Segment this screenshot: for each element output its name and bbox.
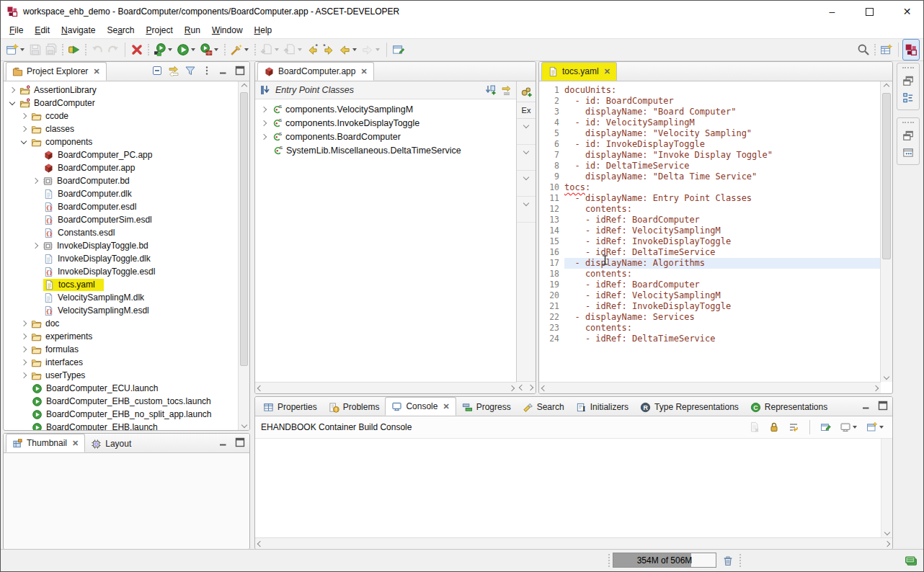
experiment-button[interactable] (228, 41, 252, 58)
expander-icon[interactable] (9, 99, 15, 105)
menu-run[interactable]: Run (179, 24, 206, 37)
restore-view-icon[interactable] (902, 74, 915, 87)
ascet-perspective-button[interactable] (902, 39, 920, 61)
tree-item-boardcomputer-app[interactable]: BoardComputer.app (4, 161, 239, 174)
scroll-down-icon[interactable] (881, 372, 892, 382)
close-icon[interactable]: ✕ (93, 67, 99, 76)
dropdown-arrow-icon[interactable] (244, 48, 249, 51)
dropdown-arrow-icon[interactable] (191, 48, 195, 51)
restore-view-icon[interactable] (902, 129, 915, 142)
console-vscrollbar[interactable] (881, 439, 892, 537)
scroll-right-icon[interactable] (507, 383, 517, 393)
menu-file[interactable]: File (4, 24, 29, 37)
scroll-lock-button[interactable] (767, 419, 781, 436)
new-wizard-button[interactable] (4, 41, 27, 58)
code-line-15[interactable]: 15 - idRef: InvokeDisplayToggle (539, 236, 881, 247)
scroll-left-icon[interactable] (519, 385, 525, 390)
dropdown-arrow-icon[interactable] (20, 48, 25, 51)
yaml-hscrollbar[interactable] (539, 382, 881, 393)
tree-item-interfaces[interactable]: interfaces (4, 356, 239, 369)
menu-navigate[interactable]: Navigate (55, 24, 101, 37)
dropdown-arrow-icon[interactable] (275, 48, 279, 51)
minimize-window-button[interactable]: – (816, 1, 848, 22)
tab-tocs-yaml[interactable]: tocs.yaml ✕ (541, 62, 617, 81)
palette-add-cell[interactable] (517, 81, 536, 102)
close-icon[interactable]: ✕ (360, 67, 367, 76)
scroll-right-icon[interactable] (528, 385, 533, 390)
console-hscrollbar[interactable] (255, 537, 892, 549)
tab-type-representations[interactable]: RType Representations (634, 398, 745, 416)
tab-project-explorer[interactable]: Project Explorer ✕ (6, 62, 107, 81)
minimize-view-icon[interactable] (861, 400, 872, 411)
tab-thumbnail[interactable]: Thumbnail ✕ (6, 434, 85, 452)
import-doc-button[interactable] (259, 41, 282, 58)
palette-drawer-toggle[interactable] (517, 119, 536, 145)
expander-icon[interactable] (21, 113, 27, 119)
scroll-left-icon[interactable] (255, 383, 265, 393)
save-all-button[interactable] (43, 41, 59, 58)
tab-problems[interactable]: Problems (323, 398, 386, 416)
collapse-all-icon[interactable] (151, 65, 163, 76)
back-star-button[interactable]: * (305, 41, 321, 58)
code-line-12[interactable]: 12 contents: (539, 204, 881, 215)
forward-star-button[interactable]: * (321, 41, 337, 58)
close-icon[interactable]: ✕ (72, 439, 79, 448)
entry-item-components-invokedisplaytoggle[interactable]: Scomponents.InvokeDisplayToggle (255, 116, 517, 130)
code-line-8[interactable]: 8 - id: DeltaTimeService (539, 161, 881, 171)
tab-search[interactable]: Search (517, 398, 570, 416)
close-icon[interactable]: ✕ (443, 402, 449, 411)
run-locked-button[interactable] (198, 41, 221, 58)
maximize-view-icon[interactable] (234, 437, 246, 448)
expander-icon[interactable] (21, 334, 27, 339)
code-line-11[interactable]: 11 - displayName: Entry Point Classes (539, 193, 881, 204)
code-line-21[interactable]: 21 - idRef: InvokeDisplayToggle (539, 301, 881, 312)
tree-item-invokedisplaytoggle-esdl[interactable]: {}InvokeDisplayToggle.esdl (4, 265, 239, 278)
palette-drawer-toggle[interactable] (517, 197, 536, 223)
scrollbar-thumb[interactable] (240, 92, 248, 366)
tree-item-boardcomputer-ehb-launch[interactable]: BoardComputer_EHB.launch (4, 421, 239, 430)
code-line-13[interactable]: 13 - idRef: BoardComputer (539, 215, 881, 225)
explorer-scrollbar[interactable] (238, 81, 249, 430)
palette-drawer-label[interactable]: Ex (517, 102, 536, 119)
code-line-2[interactable]: 2 - id: BoardComputer (539, 96, 881, 107)
entry-item-systemlib-miscellaneous-deltatimeservice[interactable]: SSystemLib.Miscellaneous.DeltaTimeServic… (255, 143, 517, 157)
code-line-24[interactable]: 24 - idRef: DeltaTimeService (539, 334, 881, 344)
code-line-18[interactable]: 18 contents: (539, 269, 881, 280)
code-line-20[interactable]: 20 - idRef: VelocitySamplingM (539, 290, 881, 301)
tree-item-assertionlibrary[interactable]: AssertionLibrary (4, 84, 239, 97)
code-line-17[interactable]: 17 - displayName: Algorithms (539, 258, 881, 269)
code-line-5[interactable]: 5 displayName: "Velocity Sampling" (539, 128, 881, 139)
menu-window[interactable]: Window (206, 24, 249, 37)
tree-item-boardcomputer-esdl[interactable]: {}BoardComputer.esdl (4, 200, 239, 213)
pin-editor-button[interactable] (391, 41, 407, 58)
tree-item-tocs-yaml[interactable]: tocs.yaml (4, 278, 239, 291)
tree-item-boardcomputer-ehb-no-split-app-launch[interactable]: BoardComputer_EHB_no_split_app.launch (4, 408, 239, 421)
expander-icon[interactable] (21, 372, 27, 378)
dropdown-arrow-icon[interactable] (853, 426, 857, 429)
dropdown-arrow-icon[interactable] (879, 426, 884, 429)
tree-item-boardcomputer-ecu-launch[interactable]: BoardComputer_ECU.launch (4, 382, 239, 395)
tab-progress[interactable]: Progress (456, 398, 517, 416)
run-debug-button[interactable] (152, 41, 175, 58)
code-line-9[interactable]: 9 displayName: "Delta Time Service" (539, 171, 881, 182)
palette-view-icon[interactable] (902, 146, 915, 159)
dropdown-arrow-icon[interactable] (376, 48, 380, 51)
maximize-window-button[interactable] (853, 1, 886, 22)
redo-button[interactable] (105, 41, 121, 58)
tree-item-invokedisplaytoggle-dlk[interactable]: InvokeDisplayToggle.dlk (4, 252, 239, 265)
expander-icon[interactable] (32, 243, 38, 249)
app-editor-hscrollbar[interactable] (255, 382, 517, 393)
expander-icon[interactable] (9, 87, 15, 93)
scroll-up-icon[interactable] (239, 81, 249, 91)
code-line-19[interactable]: 19 - idRef: BoardComputer (539, 280, 881, 290)
tab-console[interactable]: Console✕ (385, 397, 456, 416)
minimize-icon[interactable] (218, 65, 229, 76)
scroll-up-icon[interactable] (881, 81, 892, 91)
drag-grip[interactable] (902, 67, 914, 68)
scroll-right-icon[interactable] (871, 383, 881, 393)
tab-representations[interactable]: CRepresentations (745, 398, 833, 416)
tree-item-classes[interactable]: classes (4, 122, 239, 135)
outline-view-icon[interactable] (902, 91, 915, 104)
tree-item-boardcomputer-pc-app[interactable]: BoardComputer_PC.app (4, 148, 239, 161)
ehandbook-status[interactable] (905, 554, 918, 570)
